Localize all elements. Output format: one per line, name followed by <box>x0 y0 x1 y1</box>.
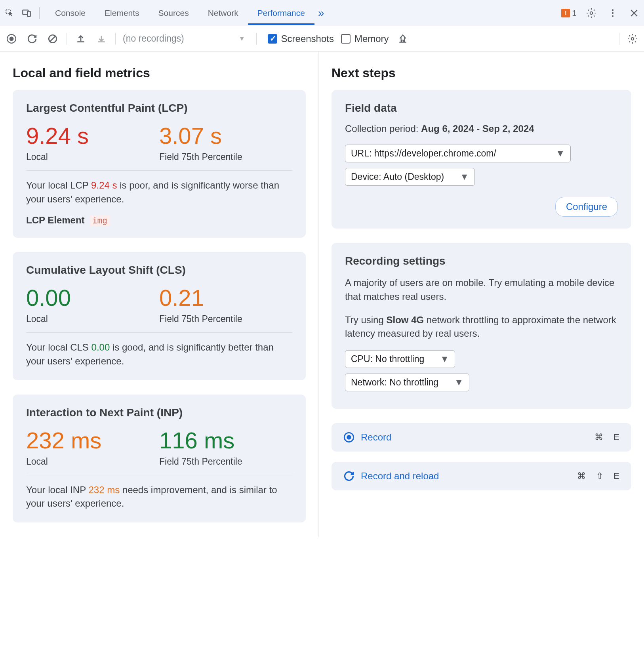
record-reload-shortcut: ⌘ ⇧ E <box>577 471 619 481</box>
warning-badge[interactable]: ! 1 <box>561 8 577 18</box>
inp-card: Interaction to Next Paint (INP) 232 ms L… <box>13 395 306 522</box>
right-heading: Next steps <box>332 66 631 80</box>
kebab-menu-icon[interactable] <box>606 6 619 20</box>
chevron-down-icon: ▼ <box>454 377 463 388</box>
recordings-dropdown-chevron[interactable]: ▼ <box>239 35 245 42</box>
warning-count: 1 <box>572 8 577 18</box>
warning-icon: ! <box>561 9 570 17</box>
more-tabs-icon[interactable]: » <box>314 6 328 20</box>
divider <box>115 33 116 45</box>
record-reload-action-card: Record and reload ⌘ ⇧ E <box>332 462 631 490</box>
configure-button[interactable]: Configure <box>555 197 618 217</box>
inp-local-label: Local <box>26 456 159 467</box>
recordings-dropdown-label: (no recordings) <box>123 33 184 44</box>
recording-settings-card: Recording settings A majority of users a… <box>332 243 631 409</box>
device-select[interactable]: Device: Auto (Desktop)▼ <box>345 168 475 186</box>
cls-local-value: 0.00 <box>26 285 159 311</box>
cls-field-label: Field 75th Percentile <box>159 314 292 324</box>
tab-elements[interactable]: Elements <box>95 1 149 25</box>
svg-rect-2 <box>27 11 30 16</box>
chevron-down-icon: ▼ <box>440 354 449 364</box>
tab-console[interactable]: Console <box>46 1 95 25</box>
divider <box>67 33 67 45</box>
collection-period: Collection period: Aug 6, 2024 - Sep 2, … <box>345 123 618 134</box>
url-select[interactable]: URL: https://developer.chrome.com/▼ <box>345 145 571 162</box>
left-heading: Local and field metrics <box>13 66 306 80</box>
tab-sources[interactable]: Sources <box>149 1 198 25</box>
svg-point-8 <box>10 36 14 41</box>
cls-description: Your local CLS 0.00 is good, and is sign… <box>26 341 292 368</box>
performance-toolbar: (no recordings) ▼ Screenshots Memory <box>0 26 644 51</box>
devtools-tabbar: Console Elements Sources Network Perform… <box>0 0 644 26</box>
record-icon[interactable] <box>5 32 18 46</box>
record-button[interactable]: Record <box>343 432 391 443</box>
svg-point-3 <box>590 11 593 14</box>
inp-description: Your local INP 232 ms needs improvement,… <box>26 483 292 511</box>
lcp-card: Largest Contentful Paint (LCP) 9.24 s Lo… <box>13 90 306 238</box>
network-throttling-select[interactable]: Network: No throttling▼ <box>345 374 469 391</box>
memory-checkbox[interactable]: Memory <box>341 33 389 44</box>
reload-icon <box>343 471 354 482</box>
field-data-title: Field data <box>345 102 618 114</box>
download-icon[interactable] <box>95 32 108 46</box>
record-action-card: Record ⌘ E <box>332 423 631 452</box>
clear-icon[interactable] <box>46 32 59 46</box>
svg-point-12 <box>347 435 351 440</box>
tab-performance[interactable]: Performance <box>248 1 314 25</box>
svg-point-5 <box>612 12 614 13</box>
svg-point-6 <box>612 15 614 17</box>
reload-icon[interactable] <box>25 32 39 46</box>
screenshots-checkbox[interactable]: Screenshots <box>268 33 334 44</box>
checkbox-unchecked-icon <box>341 34 351 44</box>
field-data-card: Field data Collection period: Aug 6, 202… <box>332 90 631 229</box>
inspect-element-icon[interactable] <box>3 6 17 20</box>
lcp-field-value: 3.07 s <box>159 123 292 149</box>
lcp-title: Largest Contentful Paint (LCP) <box>26 102 292 114</box>
garbage-collect-icon[interactable] <box>396 32 410 46</box>
checkbox-checked-icon <box>268 34 277 44</box>
inp-field-label: Field 75th Percentile <box>159 456 292 467</box>
lcp-local-label: Local <box>26 152 159 162</box>
divider <box>39 7 40 19</box>
memory-label: Memory <box>354 33 389 44</box>
screenshots-label: Screenshots <box>281 33 334 44</box>
divider <box>256 33 257 45</box>
inp-title: Interaction to Next Paint (INP) <box>26 406 292 419</box>
record-shortcut: ⌘ E <box>594 432 619 442</box>
device-toggle-icon[interactable] <box>20 6 33 20</box>
tab-network[interactable]: Network <box>198 1 248 25</box>
cpu-throttling-select[interactable]: CPU: No throttling▼ <box>345 350 455 368</box>
recording-settings-title: Recording settings <box>345 255 618 267</box>
upload-icon[interactable] <box>74 32 88 46</box>
lcp-description: Your local LCP 9.24 s is poor, and is si… <box>26 179 292 206</box>
panel-settings-gear-icon[interactable] <box>626 32 639 46</box>
divider <box>619 33 619 45</box>
recording-throttling-hint: Try using Slow 4G network throttling to … <box>345 313 618 341</box>
cls-card: Cumulative Layout Shift (CLS) 0.00 Local… <box>13 252 306 380</box>
lcp-field-label: Field 75th Percentile <box>159 152 292 162</box>
recording-mobile-hint: A majority of users are on mobile. Try e… <box>345 276 618 304</box>
lcp-local-value: 9.24 s <box>26 123 159 149</box>
cls-title: Cumulative Layout Shift (CLS) <box>26 264 292 276</box>
lcp-element-row: LCP Element img <box>26 215 292 226</box>
svg-point-4 <box>612 9 614 11</box>
inp-local-value: 232 ms <box>26 428 159 453</box>
cls-field-value: 0.21 <box>159 285 292 311</box>
record-circle-icon <box>343 432 354 443</box>
chevron-down-icon: ▼ <box>556 148 565 159</box>
lcp-element-link[interactable]: img <box>90 215 110 226</box>
svg-point-10 <box>631 37 634 40</box>
settings-gear-icon[interactable] <box>585 6 598 20</box>
record-reload-button[interactable]: Record and reload <box>343 471 439 482</box>
close-icon[interactable] <box>627 6 641 20</box>
chevron-down-icon: ▼ <box>460 172 469 182</box>
inp-field-value: 116 ms <box>159 428 292 453</box>
cls-local-label: Local <box>26 314 159 324</box>
